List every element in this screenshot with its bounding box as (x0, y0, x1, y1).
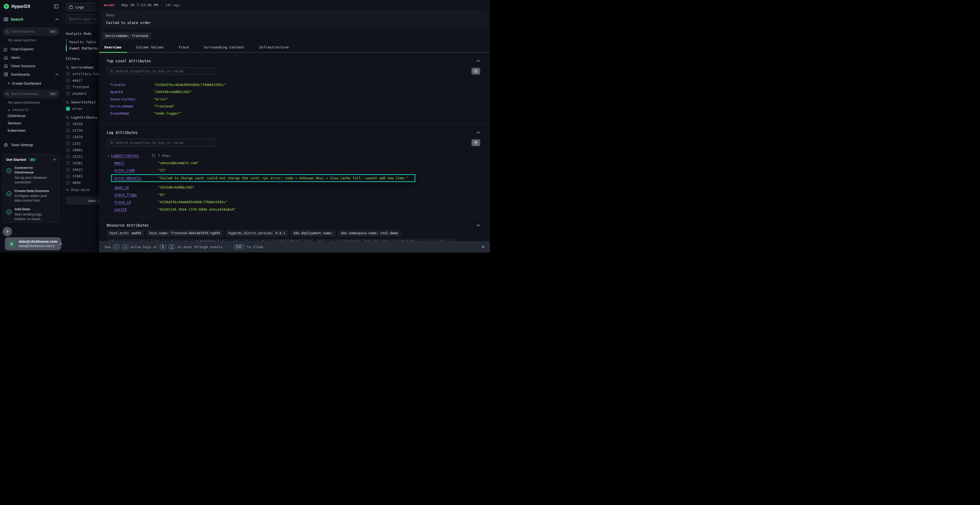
attribute-row[interactable]: userId"92a55156-39a4-11f0-8ddd-a2eca416a… (107, 207, 480, 211)
attribute-value[interactable]: "frontend" (154, 105, 175, 108)
attribute-row[interactable]: ScopeName"node-logger" (107, 111, 480, 115)
search-icon[interactable] (66, 66, 69, 69)
mode-event-patterns[interactable]: Event Patterns (66, 45, 99, 51)
property-search-input[interactable]: Search properties by key or value (107, 67, 216, 75)
chevron-up-icon[interactable] (476, 60, 480, 62)
chevron-up-icon[interactable] (55, 19, 59, 21)
sidebar-item-chart-explorer[interactable]: Chart Explorer (0, 45, 62, 53)
attribute-row[interactable]: ServiceName"frontend" (107, 105, 480, 108)
filter-option[interactable]: ✓error (66, 106, 99, 111)
checkbox[interactable] (66, 161, 70, 165)
user-menu[interactable]: D dale@clickhouse.com dale@clickhouse.co… (5, 237, 61, 250)
attribute-value[interactable]: "92a55156-39a4-11f0-8ddd-a2eca416a8a4" (158, 207, 236, 211)
attribute-value[interactable]: "error" (154, 97, 169, 101)
event-search-input[interactable]: Search your ev (66, 14, 99, 24)
filter-option[interactable]: frontend (66, 85, 99, 89)
resource-tag[interactable]: host.arch: amd64 (107, 230, 144, 237)
sidebar-item-team-settings[interactable]: Team Settings (0, 141, 62, 149)
checkbox[interactable] (66, 135, 70, 139)
sidebar-item-client-sessions[interactable]: Client Sessions (0, 62, 62, 70)
help-button[interactable]: ? (3, 227, 12, 236)
column-settings-button[interactable] (471, 139, 480, 146)
attribute-key[interactable]: error.details (115, 176, 158, 180)
search-icon[interactable] (66, 101, 69, 104)
chevron-up-icon[interactable] (476, 224, 480, 226)
checkbox[interactable] (66, 78, 70, 83)
checkbox[interactable] (66, 122, 70, 126)
attribute-row[interactable]: SeverityText"error" (107, 97, 480, 101)
checkbox[interactable] (66, 148, 70, 152)
attribute-row[interactable]: span_id"2b43d0c4dd6bc582" (107, 185, 480, 189)
tab-column-values[interactable]: Column Values (130, 43, 169, 52)
attribute-key[interactable]: span_id (115, 185, 158, 189)
attribute-value[interactable]: "node-logger" (154, 111, 181, 115)
tab-surrounding-context[interactable]: Surrounding Context (199, 43, 250, 52)
filter-option[interactable]: 32311 (66, 154, 99, 159)
chevron-up-icon[interactable] (55, 73, 59, 75)
attribute-value[interactable]: "failed to charge card: could not charge… (158, 176, 408, 180)
search-icon[interactable] (66, 116, 69, 119)
attribute-key[interactable]: TraceId (110, 83, 154, 87)
attribute-key[interactable]: trace_id (115, 200, 158, 204)
sidebar-item-services[interactable]: Services (0, 119, 62, 127)
filter-option[interactable]: 33261 (66, 161, 99, 165)
resource-tag[interactable]: host.name: frontend-6b6c8d7bfd-ng894 (146, 230, 223, 237)
show-more-button[interactable]: Show more (66, 188, 99, 192)
checkbox[interactable] (66, 141, 70, 146)
checkbox-checked[interactable]: ✓ (66, 106, 70, 111)
close-icon[interactable]: × (482, 245, 485, 249)
mode-results-table[interactable]: Results Table (66, 39, 99, 45)
presets-toggle[interactable]: PRESETS (0, 105, 62, 112)
attribute-key[interactable]: error.code (115, 168, 158, 172)
sidebar-collapse-icon[interactable] (54, 4, 59, 8)
filter-option[interactable]: artillery-loa (66, 72, 99, 76)
sidebar-item-search[interactable]: Search (0, 15, 62, 24)
attribute-key[interactable]: SeverityText (110, 97, 154, 101)
resource-tag[interactable]: k8s.namespace.name: otel-demo (338, 230, 401, 237)
attribute-row[interactable]: TraceId"4156d3fbc40a64854d9dc7f68641593c… (107, 83, 480, 87)
filter-option[interactable]: 2333 (66, 141, 99, 146)
filter-option[interactable]: 4894 (66, 181, 99, 185)
attribute-key[interactable]: ScopeName (110, 111, 154, 115)
attribute-value[interactable]: "13" (158, 168, 166, 172)
attribute-key[interactable]: trace_flags (115, 193, 158, 197)
attribute-key[interactable]: ServiceName (110, 105, 154, 108)
filter-option[interactable]: 29081 (66, 148, 99, 152)
attribute-value[interactable]: "4156d3fbc40a64854d9dc7f68641593c" (154, 83, 226, 87)
attribute-row[interactable]: trace_id"4156d3fbc40a64854d9dc7f68641593… (107, 200, 480, 204)
saved-searches-input[interactable]: Saved Searches ⌘K (3, 27, 60, 36)
chevron-up-icon[interactable] (53, 159, 56, 160)
filter-option[interactable]: email (66, 78, 99, 83)
attribute-value[interactable]: "4156d3fbc40a64854d9dc7f68641593c" (158, 200, 228, 204)
create-dashboard-button[interactable]: + Create Dashboard (0, 79, 62, 87)
less-filters-button[interactable]: Less fil (66, 197, 99, 205)
filter-option[interactable]: 19350 (66, 122, 99, 126)
sidebar-item-kubernetes[interactable]: Kubernetes (0, 127, 62, 134)
attribute-value[interactable]: "vmoses@example.com" (158, 161, 199, 165)
filter-option[interactable]: 21734 (66, 129, 99, 132)
attribute-row[interactable]: email"vmoses@example.com" (107, 161, 480, 165)
filter-option[interactable]: 22974 (66, 135, 99, 139)
attribute-key[interactable]: userId (115, 207, 158, 211)
sidebar-item-clickhouse[interactable]: ClickHouse (0, 112, 62, 119)
attribute-row-highlighted[interactable]: error.details"failed to charge card: cou… (111, 174, 415, 182)
attribute-value[interactable]: "2b43d0c4dd6bc582" (154, 90, 192, 94)
log-attributes-tree-root[interactable]: ▾ LogAttributes {} 7 keys (107, 154, 480, 157)
source-select-button[interactable]: Logs (66, 3, 99, 11)
filter-option[interactable]: 37801 (66, 174, 99, 178)
checkbox[interactable] (66, 181, 70, 185)
resource-tag[interactable]: hyperdx.distro.version: 0.8.1 (225, 230, 288, 237)
attribute-row[interactable]: SpanId"2b43d0c4dd6bc582" (107, 90, 480, 94)
get-started-step[interactable]: Create Data Sources Configure where your… (6, 189, 56, 203)
checkbox[interactable] (66, 129, 70, 132)
tab-trace[interactable]: Trace (173, 43, 194, 52)
caret-down-icon[interactable]: ▾ (108, 154, 111, 157)
saved-dashboards-input[interactable]: Saved Dashboards ⌘K (3, 90, 60, 98)
filter-option[interactable]: 34423 (66, 168, 99, 172)
attribute-value[interactable]: "01" (158, 193, 166, 197)
checkbox[interactable] (66, 72, 70, 76)
attribute-value[interactable]: "2b43d0c4dd6bc582" (158, 185, 195, 189)
checkbox[interactable] (66, 91, 70, 95)
resource-tag[interactable]: k8s.deployment.name: (290, 230, 336, 237)
sidebar-item-alerts[interactable]: Alerts (0, 53, 62, 62)
